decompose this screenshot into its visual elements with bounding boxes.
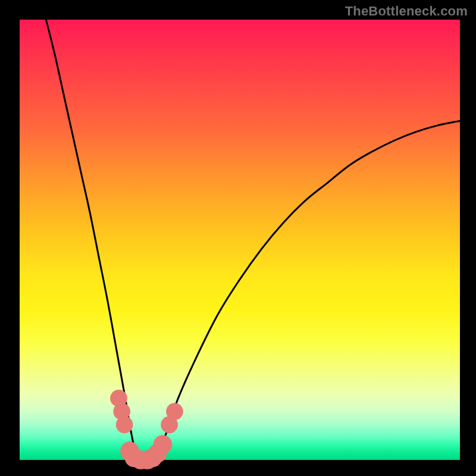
bottleneck-curve <box>46 20 460 461</box>
chart-frame: TheBottleneck.com <box>0 0 476 476</box>
marker-dot <box>116 416 133 433</box>
watermark-text: TheBottleneck.com <box>345 4 468 19</box>
marker-dots <box>110 390 183 469</box>
marker-dot <box>166 403 183 420</box>
marker-dot <box>154 435 173 454</box>
curve-svg <box>20 20 460 460</box>
plot-area <box>20 20 460 460</box>
